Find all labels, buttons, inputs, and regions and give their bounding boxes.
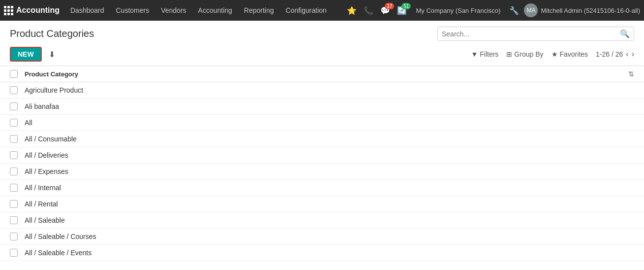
row-checkbox[interactable] [10,200,25,208]
app-title: Accounting [16,6,60,15]
table-row[interactable]: All / Rental [0,196,644,212]
row-checkbox[interactable] [10,184,25,192]
app-brand[interactable]: Accounting [4,6,60,15]
row-checkbox[interactable] [10,168,25,175]
user-name: Mitchell Admin (52415106-16-0-all) [541,7,640,14]
row-text: All / Expenses [25,168,634,175]
row-text: Agriculture Product [25,86,634,94]
page-header: Product Categories 🔍 [0,21,644,45]
table-row[interactable]: Ali banafaa [0,99,644,115]
search-container: 🔍 [437,27,634,41]
user-avatar: MA [524,3,538,17]
favorites-button[interactable]: ★ Favorites [552,50,588,58]
page-title: Product Categories [10,28,431,39]
row-checkbox[interactable] [10,233,25,240]
filters-label: Filters [480,50,498,58]
table-row[interactable]: All / Saleable / Events [0,245,644,261]
row-text: All / Saleable / Events [25,249,634,257]
table-row[interactable]: Agriculture Product [0,82,644,99]
table-row[interactable]: All / Saleable [0,212,644,229]
table-row[interactable]: All / Internal [0,180,644,196]
top-navbar: Accounting Dashboard Customers Vendors A… [0,0,644,21]
clock-badge: 51 [401,3,411,9]
row-text: All / Deliveries [25,151,634,159]
row-checkbox[interactable] [10,86,25,94]
grid-icon [4,6,13,15]
row-checkbox[interactable] [10,119,25,127]
row-checkbox[interactable] [10,249,25,257]
filter-icon: ▼ [471,50,478,58]
toolbar: NEW ⬇ ▼ Filters ⊞ Group By ★ Favorites 1… [0,45,644,66]
clock-icon[interactable]: 🔄 51 [395,4,409,17]
star-fav-icon: ★ [552,50,558,58]
row-checkbox[interactable] [10,216,25,224]
settings-icon[interactable]: 🔧 [507,4,521,17]
pagination-text: 1-26 / 26 [596,50,623,58]
row-checkbox[interactable] [10,102,25,110]
table-row[interactable]: All [0,115,644,131]
table-row[interactable]: All / Consumable [0,131,644,147]
row-text: All / Saleable / Courses [25,233,634,240]
nav-dashboard[interactable]: Dashboard [65,4,109,16]
group-by-label: Group By [514,50,543,58]
nav-accounting[interactable]: Accounting [193,4,237,16]
row-text: Ali banafaa [25,102,634,110]
row-text: All / Rental [25,200,634,208]
company-name: My Company (San Francisco) [412,5,504,16]
header-checkbox[interactable] [10,70,25,78]
table-header-row: Product Category ⇅ [0,66,644,82]
table-container: Product Category ⇅ Agriculture Product A… [0,66,644,261]
select-all-checkbox[interactable] [10,70,18,78]
next-page-button[interactable]: › [632,50,634,59]
column-settings-icon[interactable]: ⇅ [619,70,634,78]
group-icon: ⊞ [506,50,512,58]
search-icon[interactable]: 🔍 [620,29,630,38]
favorites-label: Favorites [560,50,588,58]
chat-badge: 17 [385,3,394,9]
star-icon[interactable]: ⭐ [345,4,359,17]
row-checkbox[interactable] [10,151,25,159]
row-text: All / Saleable [25,216,634,224]
pagination: 1-26 / 26 ‹ › [596,50,634,59]
toolbar-right: ▼ Filters ⊞ Group By ★ Favorites 1-26 / … [471,50,634,59]
row-text: All / Internal [25,184,634,192]
table-row[interactable]: All / Saleable / Courses [0,229,644,245]
table-row[interactable]: All / Expenses [0,164,644,180]
download-button[interactable]: ⬇ [46,48,58,61]
nav-vendors[interactable]: Vendors [156,4,191,16]
new-button[interactable]: NEW [10,47,42,62]
chat-icon[interactable]: 💬 17 [378,4,392,17]
group-by-button[interactable]: ⊞ Group By [506,50,543,58]
phone-icon[interactable]: 📞 [362,4,375,17]
filters-button[interactable]: ▼ Filters [471,50,498,58]
nav-configuration[interactable]: Configuration [281,4,332,16]
column-header-product-category: Product Category [25,70,619,78]
nav-reporting[interactable]: Reporting [239,4,279,16]
row-text: All / Consumable [25,135,634,143]
prev-page-button[interactable]: ‹ [626,50,628,59]
navbar-right: ⭐ 📞 💬 17 🔄 51 My Company (San Francisco)… [345,3,640,17]
row-text: All [25,119,634,127]
row-checkbox[interactable] [10,135,25,143]
table-row[interactable]: All / Deliveries [0,147,644,164]
search-input[interactable] [442,30,620,38]
nav-customers[interactable]: Customers [111,4,154,16]
main-content: Product Categories 🔍 NEW ⬇ ▼ Filters ⊞ G… [0,21,644,261]
